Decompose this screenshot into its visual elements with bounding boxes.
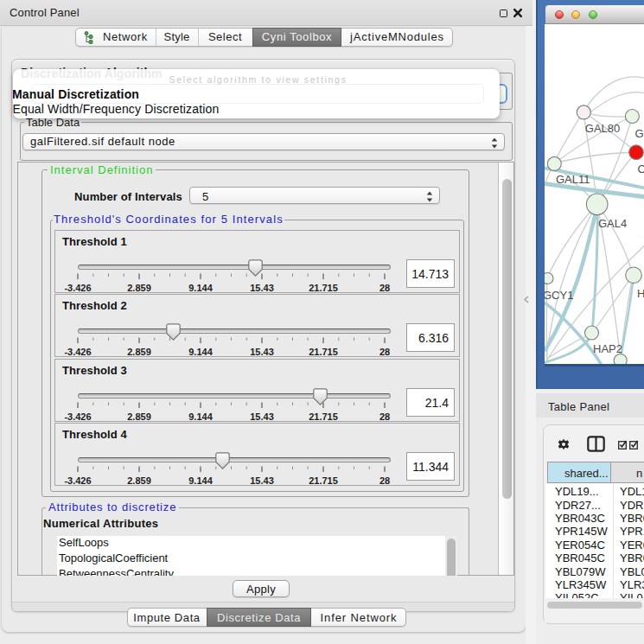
- svg-text:GAL4: GAL4: [598, 217, 627, 230]
- svg-text:GAL80: GAL80: [585, 122, 620, 135]
- svg-text:GCY1: GCY1: [545, 289, 573, 302]
- svg-text:C: C: [638, 163, 644, 175]
- svg-text:H: H: [637, 287, 644, 300]
- svg-text:G.: G.: [635, 127, 644, 140]
- svg-text:GAL11: GAL11: [556, 173, 590, 186]
- svg-text:HAP2: HAP2: [593, 342, 622, 355]
